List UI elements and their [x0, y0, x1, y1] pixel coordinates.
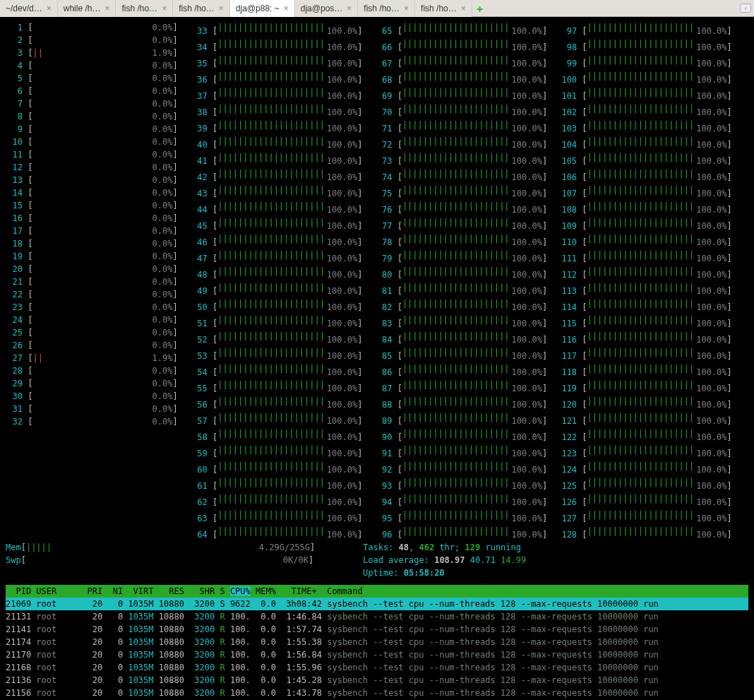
process-row[interactable]: 21156 root 20 0 1035M 10880 3200 R 100. … — [6, 687, 748, 699]
cpu-meter: 113 [||||||||||||||||||||||100.0%] — [560, 281, 732, 297]
process-row[interactable]: 21136 root 20 0 1035M 10880 3200 R 100. … — [6, 674, 748, 687]
cpu-meter: 46 [||||||||||||||||||||||100.0%] — [191, 232, 363, 249]
terminal-tab[interactable]: ~/dev/d…× — [0, 0, 58, 17]
cpu-meter: 92 [||||||||||||||||||||||100.0%] — [375, 460, 547, 476]
process-row[interactable]: 21170 root 20 0 1035M 10880 3200 R 100. … — [6, 648, 748, 661]
cpu-meter: 20 [0.0%] — [6, 263, 178, 275]
cpu-meter: 65 [||||||||||||||||||||||100.0%] — [375, 21, 547, 37]
cpu-meter: 96 [||||||||||||||||||||||100.0%] — [375, 525, 547, 541]
cpu-meter: 84 [||||||||||||||||||||||100.0%] — [375, 330, 547, 346]
cpu-meter: 79 [||||||||||||||||||||||100.0%] — [375, 249, 547, 265]
cpu-meter: 98 [||||||||||||||||||||||100.0%] — [560, 37, 732, 54]
terminal-tab[interactable]: while /h…× — [58, 0, 116, 17]
cpu-meter: 43 [||||||||||||||||||||||100.0%] — [191, 184, 363, 200]
cpu-meter: 36 [||||||||||||||||||||||100.0%] — [191, 70, 363, 86]
cpu-meter: 59 [||||||||||||||||||||||100.0%] — [191, 444, 363, 460]
cpu-meter: 105 [||||||||||||||||||||||100.0%] — [560, 151, 732, 167]
process-row[interactable]: 21131 root 20 0 1035M 10880 3200 R 100. … — [6, 610, 748, 623]
process-row[interactable]: 21168 root 20 0 1035M 10880 3200 R 100. … — [6, 661, 748, 674]
cpu-meter: 123 [||||||||||||||||||||||100.0%] — [560, 444, 732, 460]
cpu-meter: 86 [||||||||||||||||||||||100.0%] — [375, 362, 547, 379]
cpu-meter: 69 [||||||||||||||||||||||100.0%] — [375, 86, 547, 102]
cpu-meter: 11 [0.0%] — [6, 148, 178, 161]
cpu-meter: 60 [||||||||||||||||||||||100.0%] — [191, 460, 363, 476]
cpu-meter: 33 [||||||||||||||||||||||100.0%] — [191, 21, 363, 37]
cpu-meter: 31 [0.0%] — [6, 403, 178, 415]
close-icon[interactable]: × — [347, 4, 352, 13]
cpu-meter: 112 [||||||||||||||||||||||100.0%] — [560, 265, 732, 281]
close-icon[interactable]: × — [461, 4, 466, 13]
cpu-meter: 78 [||||||||||||||||||||||100.0%] — [375, 232, 547, 249]
cpu-meter: 12 [0.0%] — [6, 161, 178, 174]
close-icon[interactable]: × — [404, 4, 409, 13]
cpu-meter: 97 [||||||||||||||||||||||100.0%] — [560, 21, 732, 37]
cpu-meter: 4 [0.0%] — [6, 59, 178, 72]
cpu-meter: 40 [||||||||||||||||||||||100.0%] — [191, 135, 363, 151]
cpu-meter: 117 [||||||||||||||||||||||100.0%] — [560, 346, 732, 362]
terminal-tab[interactable]: dja@pos…× — [295, 0, 359, 17]
cpu-meter: 50 [||||||||||||||||||||||100.0%] — [191, 297, 363, 314]
cpu-meter: 30 [0.0%] — [6, 390, 178, 403]
cpu-meter: 110 [||||||||||||||||||||||100.0%] — [560, 232, 732, 249]
cpu-meter: 95 [||||||||||||||||||||||100.0%] — [375, 509, 547, 525]
cpu-meter: 121 [||||||||||||||||||||||100.0%] — [560, 411, 732, 427]
cpu-meter: 27 [||1.9%] — [6, 352, 178, 364]
cpu-meter: 127 [||||||||||||||||||||||100.0%] — [560, 509, 732, 525]
cpu-meter: 72 [||||||||||||||||||||||100.0%] — [375, 135, 547, 151]
terminal-tab[interactable]: fish /ho…× — [173, 0, 230, 17]
cpu-meter: 109 [||||||||||||||||||||||100.0%] — [560, 216, 732, 232]
cpu-meter: 51 [||||||||||||||||||||||100.0%] — [191, 314, 363, 330]
cpu-meter: 122 [||||||||||||||||||||||100.0%] — [560, 427, 732, 444]
cpu-meter: 57 [||||||||||||||||||||||100.0%] — [191, 411, 363, 427]
terminal-tabbar: ~/dev/d…×while /h…×fish /ho…×fish /ho…×d… — [0, 0, 754, 17]
cpu-meter: 26 [0.0%] — [6, 339, 178, 352]
cpu-meter: 118 [||||||||||||||||||||||100.0%] — [560, 362, 732, 379]
cpu-meter: 17 [0.0%] — [6, 225, 178, 237]
terminal-tab[interactable]: dja@p88: ~× — [230, 0, 295, 17]
cpu-meter: 120 [||||||||||||||||||||||100.0%] — [560, 395, 732, 411]
cpu-meter: 53 [||||||||||||||||||||||100.0%] — [191, 346, 363, 362]
cpu-meter: 71 [||||||||||||||||||||||100.0%] — [375, 119, 547, 135]
close-icon[interactable]: × — [47, 4, 52, 13]
cpu-meter: 13 [0.0%] — [6, 174, 178, 186]
cpu-meter: 76 [||||||||||||||||||||||100.0%] — [375, 200, 547, 216]
cpu-meter: 94 [||||||||||||||||||||||100.0%] — [375, 492, 547, 509]
cpu-meter: 24 [0.0%] — [6, 314, 178, 326]
cpu-meter: 99 [||||||||||||||||||||||100.0%] — [560, 54, 732, 70]
terminal-viewport[interactable]: 1 [0.0%]2 [0.0%]3 [||1.9%]4 [0.0%]5 [0.0… — [0, 17, 754, 700]
terminal-tab[interactable]: fish /ho…× — [116, 0, 173, 17]
process-row[interactable]: 21174 root 20 0 1035M 10880 3200 R 100. … — [6, 636, 748, 648]
cpu-meter: 119 [||||||||||||||||||||||100.0%] — [560, 379, 732, 395]
cpu-meter: 44 [||||||||||||||||||||||100.0%] — [191, 200, 363, 216]
process-row[interactable]: 21141 root 20 0 1035M 10880 3200 R 100. … — [6, 623, 748, 636]
cpu-meter: 45 [||||||||||||||||||||||100.0%] — [191, 216, 363, 232]
process-row[interactable]: 21069 root 20 0 1035M 10880 3200 S 9622 … — [6, 598, 748, 610]
cpu-meter: 42 [||||||||||||||||||||||100.0%] — [191, 167, 363, 184]
loadavg-info: Load average: 108.97 40.71 14.99 — [363, 554, 526, 566]
cpu-meter: 80 [||||||||||||||||||||||100.0%] — [375, 265, 547, 281]
cpu-meter: 41 [||||||||||||||||||||||100.0%] — [191, 151, 363, 167]
close-icon[interactable]: × — [162, 4, 167, 13]
cpu-meter: 111 [||||||||||||||||||||||100.0%] — [560, 249, 732, 265]
cpu-meter: 63 [||||||||||||||||||||||100.0%] — [191, 509, 363, 525]
cpu-meter: 39 [||||||||||||||||||||||100.0%] — [191, 119, 363, 135]
cpu-meter: 23 [0.0%] — [6, 301, 178, 314]
close-icon[interactable]: × — [104, 4, 109, 13]
process-header[interactable]: PID USER PRI NI VIRT RES SHR S CPU% MEM%… — [6, 585, 748, 598]
add-tab-icon[interactable]: ✚ — [472, 1, 488, 15]
cpu-meter: 124 [||||||||||||||||||||||100.0%] — [560, 460, 732, 476]
terminal-tab[interactable]: fish /ho…× — [358, 0, 415, 17]
cpu-meter: 2 [0.0%] — [6, 34, 178, 47]
tab-menu-button[interactable]: ▾ — [740, 4, 751, 13]
cpu-meter: 48 [||||||||||||||||||||||100.0%] — [191, 265, 363, 281]
cpu-meter: 6 [0.0%] — [6, 85, 178, 97]
swp-meter: Swp[0K/0K] — [6, 554, 350, 566]
cpu-meters: 1 [0.0%]2 [0.0%]3 [||1.9%]4 [0.0%]5 [0.0… — [6, 21, 748, 541]
close-icon[interactable]: × — [284, 4, 289, 13]
cpu-meter: 106 [||||||||||||||||||||||100.0%] — [560, 167, 732, 184]
close-icon[interactable]: × — [219, 4, 224, 13]
process-list[interactable]: 21069 root 20 0 1035M 10880 3200 S 9622 … — [6, 598, 748, 700]
terminal-tab[interactable]: fish /ho…× — [415, 0, 472, 17]
cpu-meter: 70 [||||||||||||||||||||||100.0%] — [375, 102, 547, 119]
cpu-meter: 125 [||||||||||||||||||||||100.0%] — [560, 476, 732, 492]
